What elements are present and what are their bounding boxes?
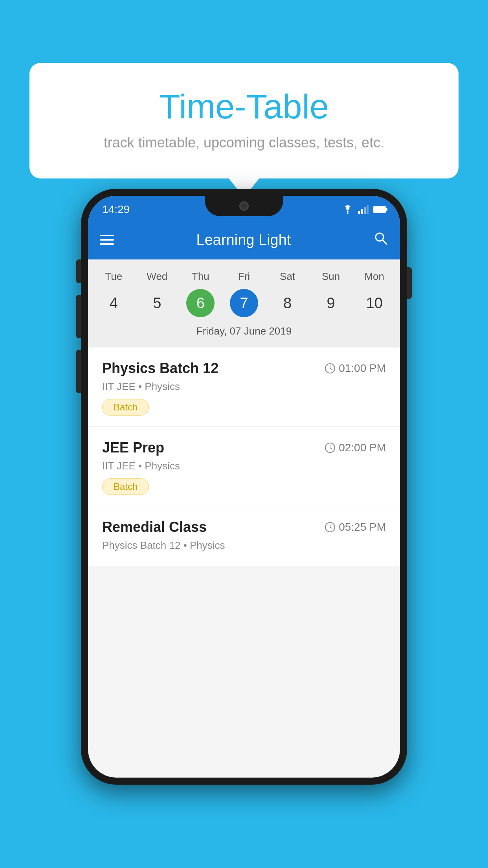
day-header-tue: Tue [92, 267, 136, 286]
phone-btn-camera-hw [76, 350, 81, 393]
battery-icon [373, 206, 386, 213]
svg-line-15 [330, 527, 332, 528]
wifi-icon [342, 205, 354, 214]
svg-line-9 [330, 368, 332, 370]
day-numbers: 4 5 6 7 8 9 10 [92, 289, 396, 317]
status-time: 14:29 [102, 203, 130, 216]
svg-point-0 [347, 212, 349, 214]
phone-btn-power [407, 267, 412, 299]
class-subtitle: IIT JEE • Physics [102, 381, 386, 393]
day-7-selected[interactable]: 7 [230, 289, 258, 317]
class-time-3: 05:25 PM [325, 521, 386, 533]
class-subtitle-3: Physics Batch 12 • Physics [102, 539, 386, 552]
day-6-today[interactable]: 6 [186, 289, 215, 317]
status-icons [342, 205, 386, 214]
class-item-header: Physics Batch 12 01:00 PM [102, 360, 386, 377]
svg-line-6 [383, 240, 387, 244]
day-header-thu: Thu [179, 267, 222, 286]
day-headers: Tue Wed Thu Fri Sat Sun Mon [92, 267, 396, 286]
tooltip-subtitle: track timetable, upcoming classes, tests… [57, 134, 431, 151]
svg-rect-4 [367, 205, 369, 214]
day-header-sun: Sun [309, 267, 353, 286]
phone-camera [239, 201, 249, 211]
tooltip-title: Time-Table [57, 86, 431, 127]
search-button[interactable] [373, 231, 388, 249]
svg-rect-2 [361, 209, 363, 214]
selected-date-label: Friday, 07 June 2019 [92, 322, 396, 344]
day-9[interactable]: 9 [309, 289, 353, 317]
day-8[interactable]: 8 [266, 289, 309, 317]
tooltip-bubble: Time-Table track timetable, upcoming cla… [29, 63, 459, 178]
svg-rect-1 [358, 211, 360, 214]
class-item-header-3: Remedial Class 05:25 PM [102, 519, 386, 535]
class-name-3: Remedial Class [102, 519, 207, 535]
day-4[interactable]: 4 [92, 289, 136, 317]
hamburger-menu-icon[interactable] [100, 235, 114, 245]
class-time: 01:00 PM [325, 362, 386, 375]
signal-icon [358, 205, 369, 214]
day-header-sat: Sat [266, 267, 309, 286]
class-name: Physics Batch 12 [102, 360, 218, 377]
app-bar: Learning Light [88, 220, 400, 259]
day-header-fri: Fri [222, 267, 266, 286]
day-10[interactable]: 10 [352, 289, 396, 317]
clock-icon-3 [325, 522, 336, 533]
batch-tag: Batch [102, 399, 149, 416]
class-item-physics-batch[interactable]: Physics Batch 12 01:00 PM IIT JEE • Phys… [88, 348, 400, 427]
phone-notch [205, 196, 283, 216]
class-item-remedial[interactable]: Remedial Class 05:25 PM Physics Batch 12… [88, 506, 400, 566]
class-subtitle-2: IIT JEE • Physics [102, 460, 386, 472]
phone-btn-vol-down [76, 295, 81, 338]
clock-icon-2 [325, 442, 336, 453]
day-header-wed: Wed [136, 267, 179, 286]
phone-screen: 14:29 [88, 196, 400, 778]
class-item-header-2: JEE Prep 02:00 PM [102, 440, 386, 456]
calendar-strip: Tue Wed Thu Fri Sat Sun Mon 4 5 6 7 8 9 … [88, 259, 400, 348]
class-item-jee-prep[interactable]: JEE Prep 02:00 PM IIT JEE • Physics Batc… [88, 427, 400, 506]
day-5[interactable]: 5 [136, 289, 179, 317]
day-header-mon: Mon [352, 267, 396, 286]
app-title: Learning Light [126, 232, 361, 248]
class-list: Physics Batch 12 01:00 PM IIT JEE • Phys… [88, 348, 400, 566]
batch-tag-2: Batch [102, 478, 149, 495]
phone-mockup: 14:29 [81, 189, 407, 785]
class-time-2: 02:00 PM [325, 441, 386, 454]
phone-btn-vol-up [76, 259, 81, 283]
clock-icon [325, 363, 336, 374]
class-name-2: JEE Prep [102, 440, 164, 456]
svg-rect-3 [364, 207, 366, 214]
svg-line-12 [330, 448, 332, 449]
